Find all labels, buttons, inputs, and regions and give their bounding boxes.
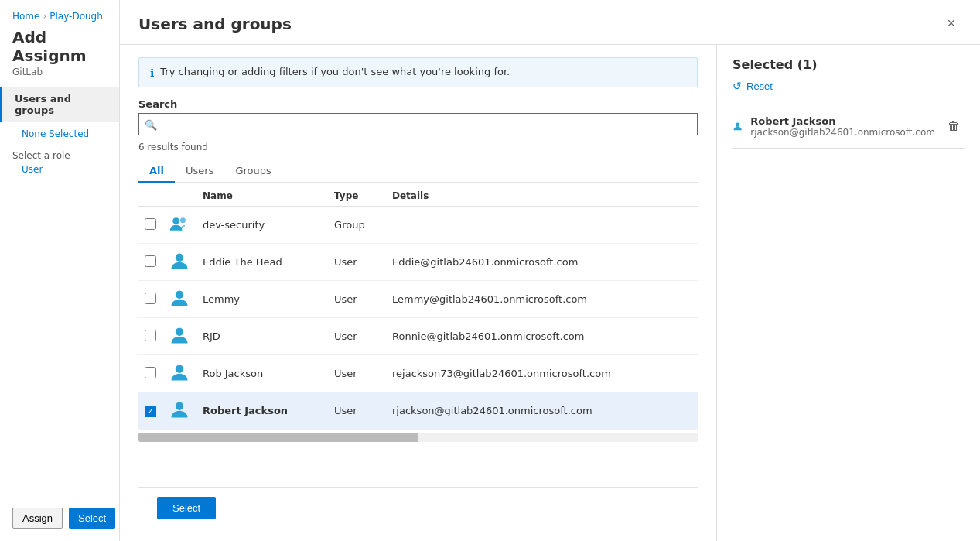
reset-icon: ↺ [732,80,742,92]
breadcrumb-home[interactable]: Home [12,11,39,22]
modal-overlay: Users and groups × ℹ Try changing or add… [120,0,980,541]
modal-title: Users and groups [138,15,292,33]
row-type: User [328,318,386,355]
search-icon: 🔍 [145,118,157,130]
modal-header: Users and groups × [120,0,980,45]
selected-header: Selected (1) [732,57,965,72]
info-icon: ℹ [150,67,154,79]
info-banner: ℹ Try changing or adding filters if you … [138,57,698,87]
sidebar-item-none-selected[interactable]: None Selected [0,122,119,146]
row-type: Group [328,207,386,244]
main-content: Users and groups × ℹ Try changing or add… [120,0,980,541]
svg-point-2 [176,253,184,262]
svg-point-5 [176,365,184,373]
search-input[interactable] [138,113,698,135]
breadcrumb-separator: › [43,11,46,22]
page-subtitle: GitLab [0,67,119,87]
row-checkbox[interactable] [145,218,156,230]
modal-body: ℹ Try changing or adding filters if you … [120,45,980,541]
select-role-label: Select a role [0,146,119,163]
results-table: Name Type Details [138,183,698,487]
selected-user-name: Robert Jackson [750,115,935,127]
table-row: RJD User Ronnie@gitlab24601.onmicrosoft.… [138,318,698,355]
icon-cell [162,244,196,281]
checkbox-cell[interactable] [138,318,162,355]
row-details [386,207,698,244]
checkbox-cell[interactable] [138,392,162,430]
row-details: Lemmy@gitlab24601.onmicrosoft.com [386,281,698,318]
checkbox-cell[interactable] [138,207,162,244]
tab-all[interactable]: All [138,160,175,183]
role-value[interactable]: User [0,163,119,181]
col-details: Details [386,183,698,207]
breadcrumb-app[interactable]: Play-Dough [50,11,103,22]
icon-cell [162,318,196,355]
icon-cell [162,392,196,430]
svg-point-3 [176,290,184,299]
modal-footer: Select [138,487,698,529]
table-row: Rob Jackson User rejackson73@gitlab24601… [138,355,698,392]
user-icon [169,324,190,346]
svg-point-1 [180,217,186,223]
user-icon [169,399,190,420]
row-checkbox[interactable] [145,367,156,378]
row-checkbox[interactable] [145,255,156,267]
info-message: Try changing or adding filters if you do… [160,66,510,77]
list-panel: ℹ Try changing or adding filters if you … [120,45,717,541]
row-checkbox[interactable] [145,330,156,341]
sidebar: Home › Play-Dough Add Assignm GitLab Use… [0,0,120,541]
row-name: RJD [196,318,328,355]
selected-user-card: Robert Jackson rjackson@gitlab24601.onmi… [732,104,965,149]
col-icon [162,183,196,207]
assign-button[interactable]: Assign [12,508,63,529]
svg-point-4 [176,327,184,336]
col-name: Name [196,183,328,207]
tab-users[interactable]: Users [175,160,224,183]
sidebar-select-button[interactable]: Select [69,508,115,529]
svg-point-6 [176,402,184,410]
close-button[interactable]: × [941,12,961,35]
selected-user-email: rjackson@gitlab24601.onmicrosoft.com [750,127,935,138]
row-details: Ronnie@gitlab24601.onmicrosoft.com [386,318,698,355]
row-type: User [328,355,386,392]
col-checkbox [138,183,162,207]
selected-panel: Selected (1) ↺ Reset Robert Jackson rjac… [717,45,980,541]
modal-panel: Users and groups × ℹ Try changing or add… [120,0,980,541]
table-row: dev-security Group [138,207,698,244]
row-checkbox[interactable] [145,293,156,304]
user-icon [169,287,190,309]
page-title: Add Assignm [0,25,119,67]
reset-label: Reset [746,80,773,92]
checkbox-cell[interactable] [138,355,162,392]
checkbox-cell[interactable] [138,281,162,318]
row-name: Rob Jackson [196,355,328,392]
remove-user-button[interactable]: 🗑 [943,118,965,135]
icon-cell [162,207,196,244]
reset-button[interactable]: ↺ Reset [732,80,965,92]
search-input-wrap: 🔍 [138,113,698,135]
row-details: rjackson@gitlab24601.onmicrosoft.com [386,392,698,430]
checkbox-cell[interactable] [138,244,162,281]
select-button[interactable]: Select [157,497,216,519]
row-name: Eddie The Head [196,244,328,281]
breadcrumb: Home › Play-Dough [0,0,119,25]
col-type: Type [328,183,386,207]
row-name: dev-security [196,207,328,244]
user-icon [169,250,190,272]
sidebar-footer: Assign Select [0,495,119,541]
row-checkbox-checked[interactable] [145,406,156,417]
tab-groups[interactable]: Groups [224,160,282,183]
sidebar-item-users-and-groups[interactable]: Users and groups [0,87,119,122]
table-row-selected: Robert Jackson User rjackson@gitlab24601… [138,392,698,430]
selected-user-avatar [732,112,743,140]
search-label: Search [138,98,698,110]
row-details: rejackson73@gitlab24601.onmicrosoft.com [386,355,698,392]
table-row: Lemmy User Lemmy@gitlab24601.onmicrosoft… [138,281,698,318]
tabs: All Users Groups [138,160,698,183]
row-name: Robert Jackson [196,392,328,430]
icon-cell [162,281,196,318]
row-type: User [328,244,386,281]
horizontal-scrollbar[interactable] [138,433,698,442]
row-type: User [328,392,386,430]
row-type: User [328,281,386,318]
